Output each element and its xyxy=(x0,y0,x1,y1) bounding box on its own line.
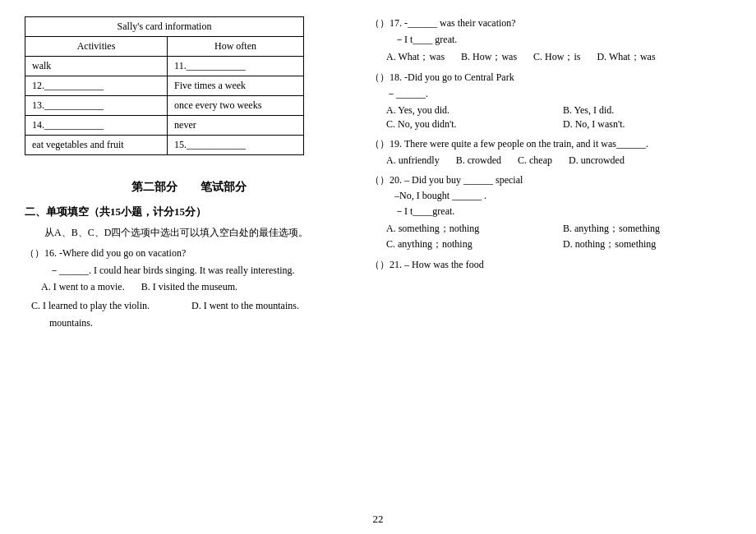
frequency-2: Five times a week xyxy=(168,76,304,96)
table-row: 14.____________ never xyxy=(25,116,304,136)
q16-option-d: D. I went to the mountains. xyxy=(191,300,299,311)
frequency-3: once every two weeks xyxy=(168,96,304,116)
q16-option-a: A. I went to a movie. xyxy=(41,281,125,293)
q20-response2: －I t____great. xyxy=(394,205,731,219)
q16-context: I could hear birds singing. It was reall… xyxy=(94,265,295,276)
activity-4: 14.____________ xyxy=(25,116,168,136)
q17-response: －I t____ great. xyxy=(394,33,731,47)
q16-options-cd: C. I learned to play the violin. D. I we… xyxy=(31,300,353,312)
q17-options: A. What；was B. How；was C. How；is D. What… xyxy=(386,50,731,64)
activity-2: 12.____________ xyxy=(25,76,168,96)
col1-header: Activities xyxy=(25,37,168,57)
table-row: walk 11.____________ xyxy=(25,57,304,76)
q16-options-ab: A. I went to a movie. B. I visited the m… xyxy=(41,281,353,293)
q20-option-d: D. nothing；something xyxy=(563,237,731,251)
activity-5: eat vegetables and fruit xyxy=(25,136,168,155)
q20-response1: –No, I bought ______ . xyxy=(394,190,731,202)
activity-1: walk xyxy=(25,57,168,76)
q20-option-b: B. anything；something xyxy=(563,222,731,236)
q16-blank: －______. I could hear birds singing. It … xyxy=(49,264,353,278)
sally-table: Sally's card information Activities How … xyxy=(25,16,304,155)
q18-options: A. Yes, you did. B. Yes, I did. C. No, y… xyxy=(386,104,731,131)
q20-options: A. something；nothing B. anything；somethi… xyxy=(386,222,731,251)
q17-label: （）17. -______ was their vacation? xyxy=(370,16,731,30)
q18-dash: －______. xyxy=(386,87,731,101)
q18-option-c: C. No, you didn't. xyxy=(386,118,555,131)
table-title-row: Sally's card information xyxy=(25,17,304,37)
section2-subtitle: 二、单项填空（共15小题，计分15分） xyxy=(25,205,353,219)
q18-label-text: （）18. -Did you go to Central Park xyxy=(370,71,514,83)
q17-option-c: C. How；is xyxy=(533,50,580,64)
table-row: 12.____________ Five times a week xyxy=(25,76,304,96)
frequency-5: 15.____________ xyxy=(168,136,304,155)
q17-option-a: A. What；was xyxy=(386,50,445,64)
q16-label: （）16. -Where did you go on vacation? xyxy=(25,246,353,260)
q16-option-c: C. I learned to play the violin. xyxy=(31,300,150,311)
q19-option-d: D. uncrowded xyxy=(569,154,625,167)
q18-option-b: B. Yes, I did. xyxy=(563,104,731,117)
page-number: 22 xyxy=(373,513,384,526)
table-row: 13.____________ once every two weeks xyxy=(25,96,304,116)
q20-option-c: C. anything；nothing xyxy=(386,237,555,251)
q16-blank-text: －______. xyxy=(49,265,91,276)
q18-dash-text: －______. xyxy=(386,88,428,99)
right-column: （）17. -______ was their vacation? －I t__… xyxy=(370,16,731,518)
q16-option-b: B. I visited the museum. xyxy=(141,281,237,293)
q17-option-b: B. How；was xyxy=(461,50,517,64)
col2-header: How often xyxy=(168,37,304,57)
q16-mountains-cont: mountains. xyxy=(49,317,353,329)
activity-3: 13.____________ xyxy=(25,96,168,116)
frequency-4: never xyxy=(168,116,304,136)
q18-option-a: A. Yes, you did. xyxy=(386,104,555,117)
q18-option-d: D. No, I wasn't. xyxy=(563,118,731,131)
q19-options: A. unfriendly B. crowded C. cheap D. unc… xyxy=(386,154,731,167)
q20-option-a: A. something；nothing xyxy=(386,222,555,236)
q18-label: （）18. -Did you go to Central Park xyxy=(370,71,731,85)
q19-label: （）19. There were quite a few people on t… xyxy=(370,137,731,151)
q21-label: （）21. – How was the food xyxy=(370,258,731,272)
table-row: eat vegetables and fruit 15.____________ xyxy=(25,136,304,155)
q19-option-c: C. cheap xyxy=(518,154,552,167)
q19-option-b: B. crowded xyxy=(456,154,501,167)
table-title: Sally's card information xyxy=(25,17,304,37)
left-column: Sally's card information Activities How … xyxy=(25,16,353,518)
table-header-row: Activities How often xyxy=(25,37,304,57)
q19-option-a: A. unfriendly xyxy=(386,154,440,167)
instruction-text: 从A、B、C、D四个选项中选出可以填入空白处的最佳选项。 xyxy=(25,226,353,240)
frequency-1: 11.____________ xyxy=(168,57,304,76)
section2-title: 第二部分 笔试部分 xyxy=(25,180,353,195)
q20-label: （）20. – Did you buy ______ special xyxy=(370,173,731,187)
q17-option-d: D. What；was xyxy=(597,50,655,64)
